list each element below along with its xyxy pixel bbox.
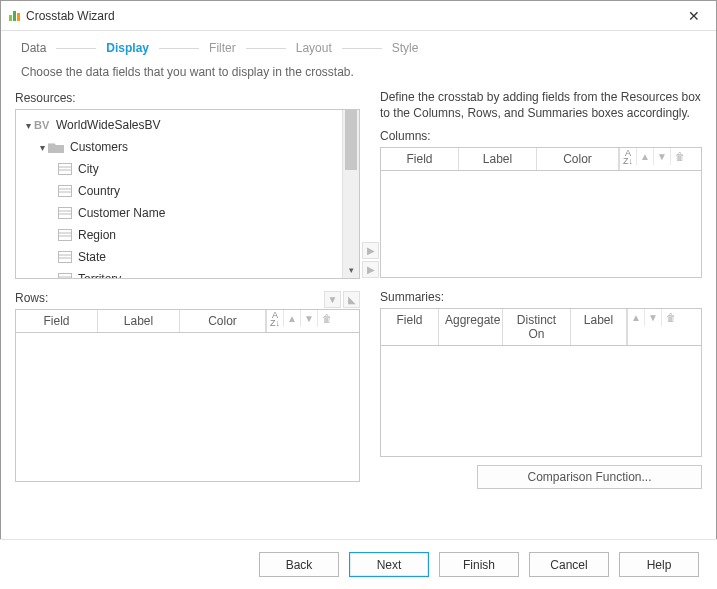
arrow-down-icon: ▼ — [648, 312, 658, 323]
delete-button[interactable]: 🗑 — [318, 310, 335, 327]
tree-field-label: Region — [78, 228, 116, 242]
field-icon — [58, 185, 72, 197]
instruction-text: Choose the data fields that you want to … — [1, 61, 716, 89]
wizard-steps: Data Display Filter Layout Style — [1, 31, 716, 61]
finish-button[interactable]: Finish — [439, 552, 519, 577]
arrow-down-icon: ▼ — [657, 151, 667, 162]
resources-label: Resources: — [15, 91, 360, 105]
move-down-button[interactable]: ▼ — [645, 309, 662, 326]
cancel-button[interactable]: Cancel — [529, 552, 609, 577]
tree-root[interactable]: ▾ BV WorldWideSalesBV — [18, 114, 340, 136]
tree-field[interactable]: Country — [18, 180, 340, 202]
step-divider — [159, 48, 199, 49]
add-to-rows-button[interactable]: ▼ — [324, 291, 341, 308]
scroll-down-icon[interactable]: ▾ — [343, 261, 359, 278]
summaries-label: Summaries: — [380, 290, 702, 304]
step-filter[interactable]: Filter — [205, 41, 240, 55]
step-divider — [56, 48, 96, 49]
back-label: Back — [286, 558, 313, 572]
svg-rect-17 — [59, 252, 71, 262]
columns-grid-body[interactable] — [380, 170, 702, 278]
arrow-right-icon: ▶ — [367, 264, 375, 275]
finish-label: Finish — [463, 558, 495, 572]
window-title: Crosstab Wizard — [26, 9, 680, 23]
delete-button[interactable]: 🗑 — [671, 148, 688, 165]
tree-field[interactable]: City — [18, 158, 340, 180]
step-data[interactable]: Data — [17, 41, 50, 55]
sum-col-aggregate[interactable]: Aggregate — [439, 309, 503, 345]
move-up-button[interactable]: ▲ — [284, 310, 301, 327]
cancel-label: Cancel — [550, 558, 587, 572]
cols-col-color[interactable]: Color — [537, 148, 619, 170]
help-button[interactable]: Help — [619, 552, 699, 577]
move-up-button[interactable]: ▲ — [637, 148, 654, 165]
step-divider — [246, 48, 286, 49]
cols-col-label[interactable]: Label — [459, 148, 537, 170]
close-icon: ✕ — [688, 8, 700, 24]
sum-col-label[interactable]: Label — [571, 309, 627, 345]
tree-field[interactable]: Territory — [18, 268, 340, 278]
collapse-icon[interactable]: ▾ — [36, 142, 48, 153]
add-to-columns-button[interactable]: ▶ — [362, 242, 379, 259]
arrow-diag-icon: ◣ — [348, 294, 356, 305]
rows-col-label[interactable]: Label — [98, 310, 180, 332]
back-button[interactable]: Back — [259, 552, 339, 577]
tree-field-label: Territory — [78, 272, 121, 278]
step-layout[interactable]: Layout — [292, 41, 336, 55]
next-label: Next — [377, 558, 402, 572]
summaries-grid-body[interactable] — [380, 345, 702, 457]
scrollbar[interactable]: ▾ — [342, 110, 359, 278]
step-style[interactable]: Style — [388, 41, 423, 55]
trash-icon: 🗑 — [666, 312, 676, 323]
arrow-up-icon: ▲ — [631, 312, 641, 323]
bv-icon: BV — [34, 119, 52, 131]
step-display[interactable]: Display — [102, 41, 153, 55]
next-button[interactable]: Next — [349, 552, 429, 577]
field-icon — [58, 229, 72, 241]
move-up-button[interactable]: ▲ — [628, 309, 645, 326]
tree-folder[interactable]: ▾ Customers — [18, 136, 340, 158]
rows-grid-body[interactable] — [15, 332, 360, 482]
sort-button[interactable]: AZ↓ — [267, 310, 284, 327]
tree-field[interactable]: Customer Name — [18, 202, 340, 224]
delete-button[interactable]: 🗑 — [662, 309, 679, 326]
sort-az-icon: AZ↓ — [270, 311, 280, 327]
sum-col-field[interactable]: Field — [381, 309, 439, 345]
tree-folder-label: Customers — [70, 140, 128, 154]
tree-field-label: Customer Name — [78, 206, 165, 220]
tree-field[interactable]: Region — [18, 224, 340, 246]
footer: Back Next Finish Cancel Help — [0, 539, 717, 589]
trash-icon: 🗑 — [675, 151, 685, 162]
rows-col-color[interactable]: Color — [180, 310, 266, 332]
tree-field-label: State — [78, 250, 106, 264]
svg-rect-9 — [59, 208, 71, 218]
sort-az-icon: AZ↓ — [623, 149, 633, 165]
field-icon — [58, 273, 72, 278]
folder-icon — [48, 141, 64, 153]
comparison-function-button[interactable]: Comparison Function... — [477, 465, 702, 489]
field-icon — [58, 251, 72, 263]
move-to-summaries-button[interactable]: ◣ — [343, 291, 360, 308]
tree-field-label: Country — [78, 184, 120, 198]
define-text: Define the crosstab by adding fields fro… — [380, 89, 702, 121]
svg-rect-1 — [59, 164, 71, 174]
resources-tree[interactable]: ▾ BV WorldWideSalesBV ▾ Customers City — [15, 109, 360, 279]
field-icon — [58, 163, 72, 175]
field-icon — [58, 207, 72, 219]
svg-rect-5 — [59, 186, 71, 196]
rows-col-field[interactable]: Field — [16, 310, 98, 332]
sort-button[interactable]: AZ↓ — [620, 148, 637, 165]
collapse-icon[interactable]: ▾ — [22, 120, 34, 131]
sum-col-distinct[interactable]: Distinct On — [503, 309, 571, 345]
scroll-thumb[interactable] — [345, 110, 357, 170]
move-down-button[interactable]: ▼ — [654, 148, 671, 165]
app-icon — [9, 11, 20, 21]
step-divider — [342, 48, 382, 49]
help-label: Help — [647, 558, 672, 572]
columns-grid: Field Label Color AZ↓ ▲ ▼ 🗑 — [380, 147, 702, 278]
tree-field[interactable]: State — [18, 246, 340, 268]
cols-col-field[interactable]: Field — [381, 148, 459, 170]
close-button[interactable]: ✕ — [680, 5, 708, 27]
move-down-button[interactable]: ▼ — [301, 310, 318, 327]
add-to-columns-alt-button[interactable]: ▶ — [362, 261, 379, 278]
